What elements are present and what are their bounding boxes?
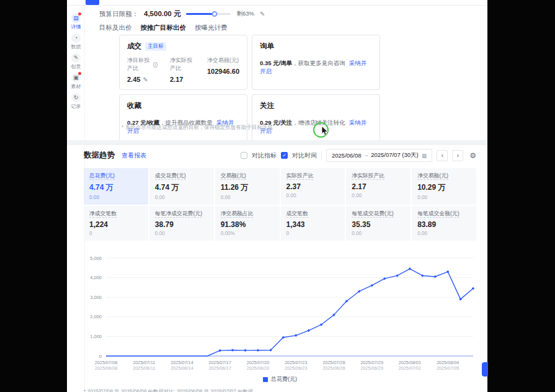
view-report-link[interactable]: 查看报表 (122, 151, 146, 160)
metric-value: 38.79 (155, 220, 208, 229)
sidebar-item-log[interactable]: ↻记录 (71, 93, 81, 110)
metric-compare-value: 0.00 (417, 195, 471, 200)
trend-section: 数据趋势 查看报表 对比指标 ✓ 对比时间 2025/06/08 ~ 2025/… (84, 149, 476, 392)
metric-value: 11.26 万 (221, 182, 274, 193)
metric-card-8[interactable]: 每笔净成交花费(元)38.790.00 (149, 206, 214, 241)
date-range-picker[interactable]: 2025/06/08 ~ 2025/07/07 (30天) ▦ (326, 149, 432, 162)
svg-text:2025/06/23: 2025/06/23 (285, 365, 308, 371)
svg-text:2025/06/08: 2025/06/08 (95, 365, 118, 371)
svg-text:2025/06/29: 2025/06/29 (360, 365, 383, 371)
data-icon: ◔ (71, 33, 81, 43)
metric-compare-value: 0.00 (352, 231, 405, 236)
goal-metric-value: 2.17 (170, 76, 183, 83)
sidebar-item-label: 创意 (71, 63, 81, 70)
metric-compare-value: 0.00% (221, 231, 274, 236)
sidebar-item-detail[interactable]: ▤详情 (71, 14, 81, 30)
svg-text:2025/06/26: 2025/06/26 (322, 365, 345, 371)
metric-label: 净交易额占比 (221, 210, 274, 218)
metric-card-3[interactable]: 交易额(元)11.26 万0.00 (215, 168, 280, 205)
log-icon: ↻ (71, 93, 81, 102)
tab-bid-by-goal[interactable]: 按推广目标出价 (141, 24, 187, 32)
notification-badge (78, 72, 81, 75)
metric-card-9[interactable]: 净交易额占比91.38%0.00% (215, 206, 280, 241)
budget-slider[interactable] (186, 13, 231, 15)
svg-text:2025/06/11: 2025/06/11 (133, 365, 155, 371)
metric-card-10[interactable]: 成交笔数1,3430 (281, 206, 345, 241)
trend-title: 数据趋势 (84, 150, 115, 161)
metric-label: 每笔净成交花费(元) (155, 210, 208, 218)
calendar-icon: ▦ (422, 153, 427, 159)
metric-card-6[interactable]: 净交易额(元)10.29 万0.00 (412, 168, 476, 205)
tab-bid-by-impression[interactable]: 按曝光计费 (195, 24, 228, 32)
bid-label: 目标及出价 (99, 24, 132, 32)
svg-text:0: 0 (99, 354, 102, 359)
metric-value: 10.29 万 (417, 182, 471, 193)
top-tab-indicator[interactable] (86, 0, 99, 5)
date-range-separator: ~ (365, 152, 368, 159)
chart-area: 01,0002,0003,0004,0005,0002025/07/082025… (84, 248, 476, 383)
goal-metric: 净实际投产比 2.17 (170, 56, 195, 83)
metric-value: 4.74 万 (89, 182, 143, 193)
next-period-button[interactable]: › (452, 150, 463, 161)
svg-text:4,000: 4,000 (90, 275, 102, 280)
metric-value: 91.38% (221, 220, 274, 229)
compare-time-checkbox[interactable]: ✓ (281, 152, 288, 159)
metric-label: 成交笔数 (286, 210, 340, 218)
settings-gear-icon[interactable]: ⚙ (469, 151, 476, 160)
metric-value: 83.89 (417, 220, 471, 229)
metric-label: 每笔成交金额(元) (417, 210, 471, 218)
goal-card-inquiry: 询单 0.35 元/询单，获取更多意向咨询采纳并开启 (252, 35, 380, 90)
metric-compare-value: 0 (89, 231, 143, 236)
floating-side-button[interactable] (482, 362, 488, 376)
metric-label: 每笔成交花费(元) (352, 210, 405, 218)
metric-label: 成交花费(元) (155, 172, 208, 180)
svg-text:1,000: 1,000 (90, 334, 102, 339)
budget-slider-handle[interactable] (211, 11, 217, 17)
svg-text:2025/07/29: 2025/07/29 (360, 360, 383, 365)
budget-value: 4,500.00 元 (144, 9, 180, 19)
prev-period-button[interactable]: ‹ (437, 150, 448, 161)
metric-compare-value: 0.00 (417, 231, 471, 236)
legend-swatch (263, 377, 268, 382)
metric-card-11[interactable]: 每笔成交花费(元)35.350.00 (346, 206, 411, 241)
sidebar-item-data[interactable]: ◔数据 (71, 33, 81, 50)
header-divider (67, 5, 487, 6)
svg-text:3,000: 3,000 (90, 295, 102, 300)
creative-icon: ✎ (71, 53, 81, 63)
edit-icon[interactable]: ✎ (260, 11, 265, 17)
svg-text:2025/06/20: 2025/06/20 (247, 365, 270, 371)
metric-card-2[interactable]: 成交花费(元)4.74 万0.00 (149, 168, 214, 205)
svg-text:2025/07/20: 2025/07/20 (247, 360, 270, 365)
metric-compare-value: 0.00 (155, 195, 208, 200)
goal-metric: 净交易额(元) 102946.60 (207, 56, 239, 83)
metric-card-1[interactable]: 总花费(元)4.74 万0.00 (84, 168, 148, 205)
metric-card-5[interactable]: 净实际投产比2.170.00 (346, 168, 411, 205)
goal-metric-value: 2.45 (127, 76, 140, 83)
footnote-line: * 2025/07/08 至 2025/08/06 的数据对比: 2025/06… (84, 388, 476, 392)
budget-label: 预算日限额： (99, 10, 138, 19)
suggestion-price: 0.35 元/询单 (260, 60, 292, 66)
goal-footnote: * 系统会尽可能达成您设置的目标，保持稳定投放有助于目标达成 (122, 124, 273, 131)
compare-metric-label: 对比指标 (252, 151, 277, 160)
metric-label: 总花费(元) (89, 172, 143, 180)
metric-card-12[interactable]: 每笔成交金额(元)83.890.00 (412, 206, 476, 241)
sidebar-item-asset[interactable]: ▣素材 (71, 73, 81, 90)
goal-title: 收藏 (127, 101, 141, 110)
metric-card-7[interactable]: 净成交笔数1,2240 (84, 206, 148, 241)
sidebar-item-creative[interactable]: ✎创意 (71, 53, 81, 70)
notification-badge (78, 12, 81, 16)
svg-text:2025/07/08: 2025/07/08 (95, 360, 118, 365)
info-icon[interactable]: i (153, 62, 158, 68)
goal-metric-label: 净交易额(元) (207, 56, 239, 65)
compare-metric-checkbox[interactable] (241, 152, 247, 159)
svg-text:2025/06/17: 2025/06/17 (208, 365, 231, 371)
metric-card-4[interactable]: 实际投产比2.370.00 (281, 168, 345, 205)
chart-legend[interactable]: 总花费(元) (84, 375, 476, 383)
goal-metric-label: 净实际投产比 (170, 56, 195, 73)
metric-compare-value: 0.00 (155, 231, 208, 236)
goal-metric: 净目标投产比i 2.45✎ (127, 56, 158, 83)
metric-compare-value: 0.00 (352, 193, 405, 198)
svg-text:2,000: 2,000 (90, 314, 102, 319)
edit-icon[interactable]: ✎ (143, 76, 148, 83)
metric-label: 净交易额(元) (417, 172, 471, 180)
